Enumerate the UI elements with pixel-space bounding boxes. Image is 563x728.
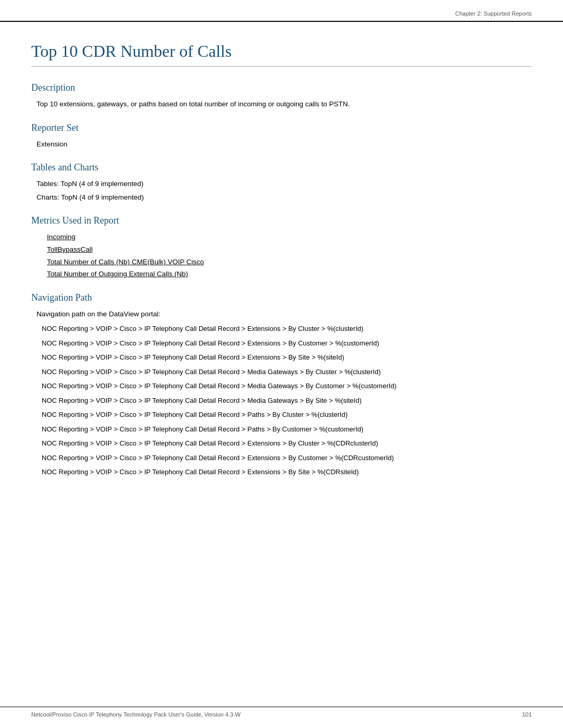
navigation-section: Navigation Path Navigation path on the D… <box>31 292 532 477</box>
bottom-rule <box>0 707 563 707</box>
description-text: Top 10 extensions, gateways, or paths ba… <box>36 98 532 110</box>
tables-charts-section: Tables and Charts Tables: TopN (4 of 9 i… <box>31 162 532 203</box>
nav-path-item: NOC Reporting > VOIP > Cisco > IP Teleph… <box>42 367 532 377</box>
metrics-section: Metrics Used in Report IncomingTollBypas… <box>31 215 532 279</box>
nav-path-item: NOC Reporting > VOIP > Cisco > IP Teleph… <box>42 467 532 477</box>
navigation-content: Navigation path on the DataView portal: … <box>36 309 532 477</box>
page-title: Top 10 CDR Number of Calls <box>31 42 532 67</box>
metrics-heading: Metrics Used in Report <box>31 215 532 226</box>
nav-path-item: NOC Reporting > VOIP > Cisco > IP Teleph… <box>42 324 532 334</box>
nav-path-item: NOC Reporting > VOIP > Cisco > IP Teleph… <box>42 453 532 463</box>
navigation-intro: Navigation path on the DataView portal: <box>36 309 532 320</box>
description-heading: Description <box>31 82 532 93</box>
charts-line: Charts: TopN (4 of 9 implemented) <box>36 192 532 203</box>
nav-path-item: NOC Reporting > VOIP > Cisco > IP Teleph… <box>42 424 532 435</box>
description-section: Description Top 10 extensions, gateways,… <box>31 82 532 110</box>
nav-path-item: NOC Reporting > VOIP > Cisco > IP Teleph… <box>42 352 532 363</box>
nav-path-item: NOC Reporting > VOIP > Cisco > IP Teleph… <box>42 338 532 349</box>
tables-line: Tables: TopN (4 of 9 implemented) <box>36 178 532 190</box>
metrics-list: IncomingTollBypassCallTotal Number of Ca… <box>47 231 532 279</box>
metric-item: Total Number of Calls (Nb) CME(Bulk) VOI… <box>47 256 532 268</box>
reporter-set-text: Extension <box>36 139 532 150</box>
nav-path-item: NOC Reporting > VOIP > Cisco > IP Teleph… <box>42 381 532 391</box>
reporter-set-section: Reporter Set Extension <box>31 122 532 150</box>
metric-item: Incoming <box>47 231 532 243</box>
footer-right: 101 <box>522 711 532 718</box>
metric-item: TollBypassCall <box>47 244 532 255</box>
nav-paths-list: NOC Reporting > VOIP > Cisco > IP Teleph… <box>42 324 532 477</box>
nav-path-item: NOC Reporting > VOIP > Cisco > IP Teleph… <box>42 410 532 420</box>
chapter-label: Chapter 2: Supported Reports <box>455 10 532 17</box>
navigation-heading: Navigation Path <box>31 292 532 303</box>
top-rule <box>0 21 563 22</box>
footer-left: Netcool/Proviso Cisco IP Telephony Techn… <box>31 711 240 718</box>
main-content: Top 10 CDR Number of Calls Description T… <box>31 0 532 513</box>
tables-charts-heading: Tables and Charts <box>31 162 532 173</box>
reporter-set-heading: Reporter Set <box>31 122 532 133</box>
metric-item: Total Number of Outgoing External Calls … <box>47 268 532 280</box>
nav-path-item: NOC Reporting > VOIP > Cisco > IP Teleph… <box>42 396 532 406</box>
nav-path-item: NOC Reporting > VOIP > Cisco > IP Teleph… <box>42 438 532 449</box>
footer: Netcool/Proviso Cisco IP Telephony Techn… <box>31 711 532 718</box>
